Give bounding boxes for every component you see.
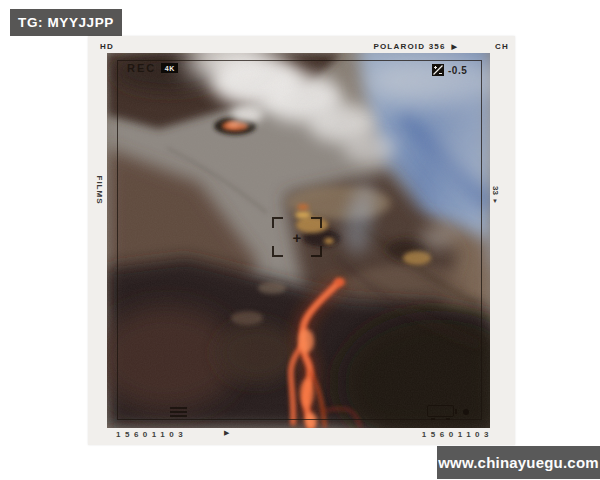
hd-label: HD — [100, 42, 114, 51]
film-code-right: 15601103 — [422, 430, 493, 439]
polaroid-card: HD POLAROID 356 ▶ CH FILMS 33 ▼ — [88, 36, 515, 445]
crosshair-icon: + — [272, 217, 322, 257]
watermark-badge: www.chinayuegu.com — [437, 446, 600, 479]
brand-label: POLAROID 356 — [373, 42, 445, 51]
play-arrow-icon: ▶ — [452, 43, 457, 51]
exposure-group: -0.5 — [432, 64, 467, 76]
rec-4k-badge: 4K — [161, 63, 178, 73]
film-code-arrow-icon: ▶ — [224, 429, 229, 437]
films-edge-label: FILMS — [94, 170, 104, 210]
record-dot-icon — [463, 409, 469, 415]
frame-count-label: 33 — [491, 186, 500, 195]
down-arrow-icon: ▼ — [492, 198, 498, 204]
rec-group: REC 4K — [127, 62, 178, 74]
battery-icon — [427, 405, 454, 417]
brand-label-group: POLAROID 356 ▶ — [373, 42, 457, 51]
tg-badge: TG: MYYJJPP — [10, 9, 122, 36]
focus-bracket: + — [272, 217, 322, 257]
channel-label: CH — [495, 42, 509, 51]
volcano-photo: REC 4K -0.5 + — [107, 53, 490, 428]
exposure-value: -0.5 — [448, 65, 467, 76]
level-lines-icon — [170, 407, 187, 419]
film-code-left: 15601103 — [116, 430, 187, 439]
exposure-compensation-icon — [432, 64, 444, 76]
rec-label: REC — [127, 62, 156, 74]
